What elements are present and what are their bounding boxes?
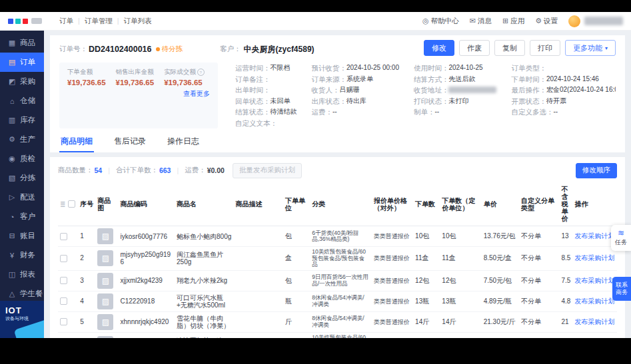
- sidebar-item-财务[interactable]: ¥财务: [0, 246, 44, 265]
- info-label: 自定义多选：: [511, 106, 553, 118]
- info-value: 2024-10-25: [448, 63, 482, 74]
- breadcrumb-item-order-list[interactable]: 订单列表: [113, 17, 152, 26]
- column-header-2: 商品编码: [119, 182, 175, 226]
- info-value: 未打印: [448, 96, 468, 107]
- cell-qty: 13瓶: [413, 291, 440, 311]
- sidebar-item-label: 质检: [20, 154, 35, 164]
- column-header-6: 分类: [310, 182, 372, 226]
- cell-unit: 瓶: [283, 291, 310, 311]
- items-table: ≣序号商品图商品编码商品名商品描述下单单位分类报价单价格（对外）下单数下单数（定…: [58, 182, 617, 338]
- info-value: 待出库: [346, 96, 366, 107]
- info-label: 运营时间：: [235, 63, 271, 74]
- product-image-placeholder: ▨: [97, 314, 113, 330]
- cell-split-type: 不分单: [519, 311, 559, 332]
- cell-action: 发布采购计划: [573, 247, 618, 271]
- publish-purchase-plan-link[interactable]: 发布采购计划: [575, 254, 615, 262]
- cell-notax-price: 7.5: [559, 270, 572, 291]
- sidebar-item-分拣[interactable]: ▧分拣: [0, 168, 44, 188]
- sidebar-item-质检[interactable]: ◉质检: [0, 149, 44, 168]
- publish-purchase-plan-link[interactable]: 发布采购计划: [575, 318, 615, 325]
- sidebar-item-账目[interactable]: ⊟账目: [0, 226, 44, 246]
- cell-unit-price: 21.30元/斤: [482, 311, 519, 332]
- modify-order-button[interactable]: 修改顺序: [576, 163, 617, 178]
- sidebar-item-采购[interactable]: ◩采购: [0, 72, 44, 91]
- task-floating-button[interactable]: ≋ 任务: [611, 225, 631, 251]
- info-label: 出库状态：: [312, 96, 347, 107]
- more-actions-button[interactable]: 更多功能▾: [565, 40, 616, 56]
- product-image-placeholder: ▨: [97, 250, 113, 266]
- tab-operation-log[interactable]: 操作日志: [166, 131, 201, 152]
- cell-unit-price: 8.50元/盒: [482, 247, 519, 271]
- sidebar-item-订单[interactable]: ▤订单: [0, 53, 44, 72]
- cell-code: iykosr600g7776: [119, 226, 175, 247]
- iot-logo[interactable]: IOT 设备与环境: [0, 301, 44, 338]
- info-label: 订单备注：: [235, 74, 271, 85]
- cell-split-type: 不分单: [519, 270, 559, 291]
- order-info-row: 制单：--: [414, 106, 497, 118]
- publish-purchase-plan-link[interactable]: 发布采购计划: [575, 232, 615, 240]
- cell-split-type: 不分单: [519, 226, 559, 247]
- batch-publish-button[interactable]: 批量发布采购计划: [233, 163, 302, 178]
- delivery-icon: ▷: [7, 193, 17, 202]
- order-head-row: 订单号： DD24102400016 待分拣 客户： 中央厨房(zycf4589…: [59, 41, 616, 57]
- publish-purchase-plan-link[interactable]: 发布采购计划: [575, 297, 615, 305]
- column-header-13: 操作: [573, 182, 618, 226]
- sidebar-item-label: 分拣: [20, 173, 35, 183]
- breadcrumb-item-orders[interactable]: 订单: [59, 17, 73, 26]
- info-label: 收货人：: [312, 85, 340, 96]
- cell-code: C12220918: [119, 291, 175, 311]
- select-all-checkbox[interactable]: [68, 200, 75, 208]
- topnav-message[interactable]: ✉消息: [470, 17, 492, 26]
- drag-icon: ≣: [60, 200, 65, 208]
- summary-label: 商品数量：: [58, 166, 93, 175]
- cell-category: 10美焙预包装食品/60预包装食品/预包装食品: [310, 332, 372, 338]
- copy-button[interactable]: 复制: [494, 40, 525, 56]
- modify-button[interactable]: 修改: [424, 40, 454, 56]
- contact-sales-floating-button[interactable]: 联系商务: [612, 277, 631, 301]
- breadcrumb-item-order-management[interactable]: 订单管理: [73, 17, 113, 26]
- tab-aftersale-record[interactable]: 售后记录: [113, 131, 147, 152]
- sidebar-item-库存[interactable]: ▥库存: [0, 110, 44, 130]
- table-row: 4▨C12220918可口可乐汽水瓶+无糖汽水500ml瓶8休闲食品/54冲调美…: [58, 291, 617, 311]
- cell-unit: 盒: [283, 247, 310, 271]
- topnav-apps[interactable]: ⊞应用: [502, 17, 524, 26]
- void-button[interactable]: 作废: [459, 40, 490, 56]
- view-more-link[interactable]: 查看更多: [67, 89, 210, 98]
- row-checkbox[interactable]: [60, 318, 67, 325]
- row-checkbox[interactable]: [60, 255, 67, 262]
- order-no-label: 订单号：: [59, 45, 87, 54]
- topnav-settings[interactable]: ⚙设置: [535, 17, 558, 26]
- info-label: 打印状态：: [414, 96, 449, 107]
- column-header-9: 下单数（定价单位）: [440, 182, 481, 226]
- amount-value: ¥19,736.65: [67, 79, 106, 87]
- sidebar-item-仓储[interactable]: ⌂仓储: [0, 91, 44, 110]
- print-button[interactable]: 打印: [530, 40, 560, 56]
- table-row: 1▨iykosr600g7776鲍标鱼小鲍肉800g包6干货类(40美/粉甜品,…: [58, 226, 617, 247]
- cell-quote-price: 类类普通报价: [372, 291, 413, 311]
- sidebar-item-学生餐[interactable]: △学生餐: [0, 284, 44, 301]
- meal-icon: △: [7, 289, 17, 298]
- topnav-help[interactable]: ◎帮助中心: [422, 17, 459, 26]
- column-header-4: 商品描述: [234, 182, 283, 226]
- publish-purchase-plan-link[interactable]: 发布采购计划: [575, 277, 615, 284]
- row-checkbox[interactable]: [60, 277, 67, 284]
- info-label: 开票状态：: [511, 96, 546, 107]
- task-icon: ≋: [611, 228, 631, 238]
- sidebar-item-商品[interactable]: ▦商品: [0, 33, 44, 53]
- order-info-row: 最后操作：宏金02(2024-10-24 16:01): [511, 85, 616, 96]
- sidebar-item-客户[interactable]: ◔客户: [0, 207, 44, 226]
- row-checkbox[interactable]: [60, 297, 67, 305]
- help-icon: ◎: [422, 17, 429, 25]
- tab-product-detail[interactable]: 商品明细: [59, 131, 94, 152]
- order-info-column: 使用时间：2024-10-25结算方式：先送后款收货地址：打印状态：未打印制单：…: [414, 63, 497, 128]
- user-avatar[interactable]: [568, 15, 580, 27]
- row-checkbox[interactable]: [60, 233, 67, 240]
- cell-seq: 1: [78, 226, 95, 247]
- customer-label: 客户：: [220, 45, 241, 54]
- sidebar-item-配送[interactable]: ▷配送: [0, 188, 44, 207]
- cell-image: ▨: [95, 311, 118, 332]
- topbar: 订单 订单管理 订单列表 ◎帮助中心✉消息⊞应用⚙设置: [0, 12, 631, 31]
- info-label: 回单状态：: [235, 96, 271, 107]
- sidebar-item-生产[interactable]: ⚙生产: [0, 130, 44, 149]
- sidebar-item-报表[interactable]: ◫报表: [0, 265, 44, 284]
